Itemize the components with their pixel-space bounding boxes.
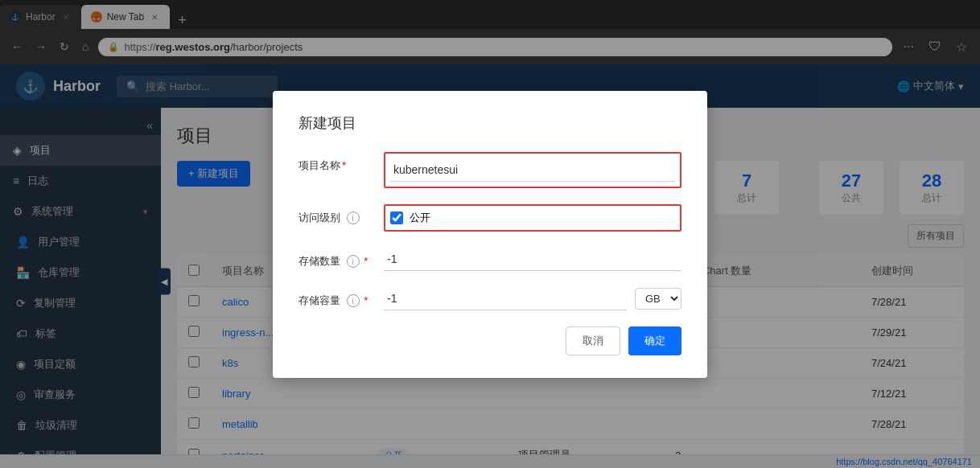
- name-required: *: [342, 159, 346, 171]
- storage-cap-control: KB MB GB TB: [384, 287, 681, 310]
- storage-count-info-icon[interactable]: i: [347, 255, 360, 268]
- name-control-wrap: [384, 152, 681, 188]
- dialog-title: 新建项目: [299, 113, 681, 133]
- storage-cap-input[interactable]: [384, 287, 627, 310]
- form-row-access: 访问级别 i 公开: [299, 204, 681, 232]
- name-input-box: [384, 152, 681, 188]
- access-control-wrap: 公开: [384, 204, 681, 232]
- name-label: 项目名称*: [299, 152, 371, 173]
- storage-cap-info-icon[interactable]: i: [347, 294, 360, 307]
- storage-unit-select[interactable]: KB MB GB TB: [635, 288, 681, 310]
- storage-count-required: *: [364, 255, 368, 267]
- cancel-button[interactable]: 取消: [566, 326, 620, 355]
- storage-count-number-row: [384, 248, 681, 271]
- main-layout: « ◈ 项目 ≡ 日志 ⚙ 系统管理 ▾ 👤 用户管理: [0, 108, 980, 454]
- access-info-icon[interactable]: i: [347, 211, 360, 224]
- dialog-footer: 取消 确定: [299, 326, 681, 355]
- access-checkbox-box: 公开: [384, 204, 681, 232]
- new-project-dialog: 新建项目 项目名称*: [273, 108, 707, 378]
- confirm-button[interactable]: 确定: [628, 326, 681, 355]
- storage-cap-required: *: [364, 294, 368, 306]
- storage-count-control: [384, 248, 681, 271]
- access-label: 访问级别 i: [299, 204, 371, 225]
- storage-count-label: 存储数量 i *: [299, 248, 371, 269]
- form-row-storage-cap: 存储容量 i * KB MB GB TB: [299, 287, 681, 310]
- name-input[interactable]: [390, 158, 675, 182]
- public-checkbox[interactable]: [390, 211, 403, 224]
- storage-cap-label: 存储容量 i *: [299, 287, 371, 308]
- dialog-overlay: 新建项目 项目名称*: [0, 108, 980, 454]
- app-area: ⚓ Harbor 🔍 🌐 中文简体 ▾ « ◈: [0, 64, 980, 468]
- access-public-row: 公开: [390, 211, 675, 225]
- form-row-name: 项目名称*: [299, 152, 681, 188]
- storage-count-input[interactable]: [384, 248, 681, 271]
- storage-cap-number-row: KB MB GB TB: [384, 287, 681, 310]
- public-label: 公开: [410, 211, 430, 225]
- form-row-storage-count: 存储数量 i *: [299, 248, 681, 271]
- browser-window: ⚓ Harbor ✕ 🦊 New Tab ✕ + ← → ↻ ⌂ 🔒 https…: [0, 0, 980, 468]
